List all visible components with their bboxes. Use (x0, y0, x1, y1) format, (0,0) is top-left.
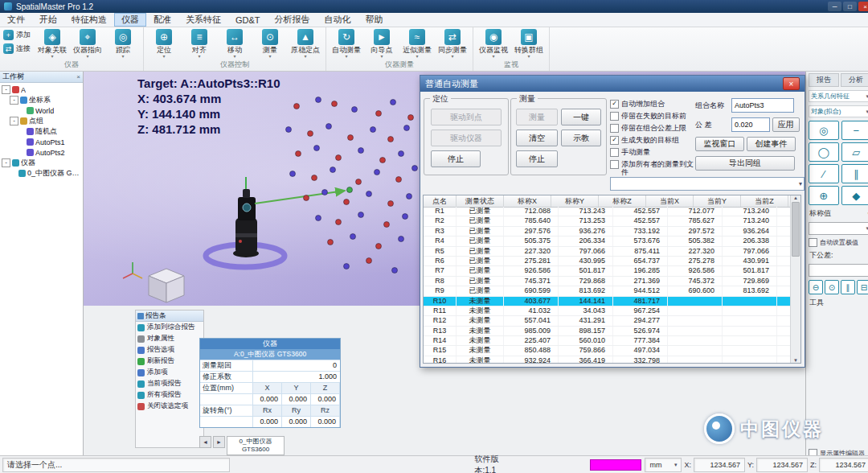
measure-point[interactable] (344, 199, 350, 205)
column-header-标称Y[interactable]: 标称Y (551, 195, 599, 207)
ribbon-button-move[interactable]: ↔移动▾ (218, 28, 252, 59)
measure-point[interactable] (358, 148, 364, 154)
box-minus-icon[interactable]: ⊟ (857, 280, 868, 294)
measure-row-R14[interactable]: R14未测量225.407560.010777.384 (424, 336, 791, 346)
measure-button-一键[interactable]: 一键 (561, 109, 601, 125)
ribbon-button-approx-measure[interactable]: ≈近似测量▾ (400, 28, 434, 59)
measure-point[interactable] (407, 194, 412, 199)
target-feature-icon[interactable]: ⊕ (809, 186, 839, 205)
measure-point[interactable] (412, 166, 418, 171)
ribbon-button-measure[interactable]: ⊙测量▾ (253, 28, 287, 59)
diamond-feature-icon[interactable]: ◆ (841, 186, 868, 205)
measure-row-R4[interactable]: R4已测量505.375206.334573.676505.382206.338… (424, 236, 791, 246)
measure-point[interactable] (391, 100, 396, 105)
ellipse-feature-icon[interactable]: ◯ (809, 142, 839, 162)
tree-node-World[interactable]: World (0, 105, 83, 116)
monitor-window-button[interactable]: 监视窗口 (695, 137, 744, 151)
dialog-titlebar[interactable]: 普通自动测量 × (420, 76, 805, 92)
report-item-add-to-report[interactable]: 添加到综合报告 (136, 322, 203, 333)
ribbon-button-object-link[interactable]: ◈对象关联▾ (35, 28, 69, 59)
report-item-refresh-report[interactable]: 刷新报告 (136, 356, 203, 367)
column-header-点名[interactable]: 点名 (424, 195, 457, 207)
report-item-all-items-report[interactable]: 所有项报告 (136, 389, 203, 401)
measure-point[interactable] (352, 107, 358, 113)
report-item-close-selected-item[interactable]: 关闭该选定项 (136, 401, 203, 412)
ribbon-button-add[interactable]: +添加 (3, 30, 31, 40)
checkbox-停留在失败的目标前[interactable]: 停留在失败的目标前 (610, 112, 694, 121)
menu-分析报告[interactable]: 分析报告 (268, 13, 317, 27)
scroll-up-icon[interactable]: ▲ (793, 195, 798, 200)
ribbon-button-align[interactable]: ≡对齐▾ (182, 28, 216, 59)
measure-point[interactable] (388, 201, 394, 207)
ribbon-button-locate[interactable]: ⊕定位▾ (147, 28, 181, 59)
measure-point[interactable] (316, 216, 321, 221)
tree-node-随机点[interactable]: 随机点 (0, 126, 83, 137)
measure-button-停止[interactable]: 停止 (516, 150, 558, 167)
measure-point[interactable] (375, 170, 380, 175)
checkbox-停留在组合公差上限[interactable]: 停留在组合公差上限 (610, 124, 694, 133)
tab-scroll-right-icon[interactable]: ► (213, 436, 225, 448)
beam-icon[interactable]: ∥ (841, 280, 855, 294)
measure-row-R13[interactable]: R13未测量985.009898.157526.974 (424, 327, 791, 336)
measure-point[interactable] (336, 220, 342, 225)
column-header-当前X[interactable]: 当前X (646, 195, 694, 207)
measure-row-R10[interactable]: R10未测量403.677144.141481.717 (424, 297, 791, 306)
measure-point[interactable] (328, 240, 334, 245)
column-header-测量状态[interactable]: 测量状态 (457, 195, 504, 207)
tree-expander-icon[interactable]: - (10, 117, 18, 125)
menu-文件[interactable]: 文件 (0, 13, 32, 27)
ribbon-button-auto-measure[interactable]: ↻自动测量▾ (330, 28, 363, 59)
report-item-report-options[interactable]: 报告选项 (136, 344, 203, 356)
menu-帮助[interactable]: 帮助 (358, 13, 391, 27)
ribbon-button-sync-measure[interactable]: ⇄同步测量▾ (436, 28, 469, 59)
measure-point[interactable] (408, 115, 414, 121)
menu-GD&T[interactable]: GD&T (228, 13, 268, 27)
minus-circle-icon[interactable]: ⊖ (809, 280, 823, 294)
measure-row-R8[interactable]: R8已测量745.371729.868271.369745.372729.869… (424, 277, 791, 286)
measure-row-R1[interactable]: R1已测量712.088713.243452.557712.077713.240… (424, 207, 791, 216)
measure-point[interactable] (376, 244, 382, 249)
measure-point[interactable] (314, 146, 320, 151)
measure-row-R3[interactable]: R3已测量297.576936.276733.192297.572936.264… (424, 227, 791, 236)
measure-point[interactable] (316, 97, 321, 103)
measure-point[interactable] (348, 135, 354, 141)
nominal-combo[interactable]: ▾ (809, 222, 868, 235)
tree-node-AutoPts2[interactable]: AutoPts2 (0, 147, 83, 158)
measure-row-R11[interactable]: R11未测量41.03234.043967.254 (424, 306, 791, 316)
dot-circle-icon[interactable]: ⊙ (825, 280, 839, 294)
tab-report[interactable]: 报告 (809, 73, 839, 87)
export-group-button[interactable]: 导出同组 (695, 156, 795, 171)
ribbon-button-stable-point[interactable]: ▲原稳定点▾ (289, 28, 322, 59)
report-item-current-item-report[interactable]: 当前项报告 (136, 378, 203, 389)
measure-point[interactable] (371, 127, 376, 133)
column-header-当前Y[interactable]: 当前Y (694, 195, 741, 207)
report-item-add-item[interactable]: 添加项 (136, 367, 203, 378)
measure-row-R6[interactable]: R6已测量275.281430.995654.737275.278430.991… (424, 257, 791, 266)
section-relation-geometry[interactable]: 关系几何特征▾ (809, 90, 868, 102)
measure-point[interactable] (290, 171, 296, 177)
menu-开始[interactable]: 开始 (32, 13, 64, 27)
scroll-down-icon[interactable]: ▼ (793, 358, 798, 363)
tree-node-坐标系[interactable]: -坐标系 (0, 95, 83, 105)
ribbon-button-instrument-point[interactable]: ⌖仪器指向▾ (71, 28, 104, 59)
measure-point[interactable] (403, 214, 408, 220)
line-feature-icon[interactable]: − (841, 121, 868, 140)
circle-feature-icon[interactable]: ◎ (809, 121, 839, 140)
tree-node-0_中图仪器 GTS3600[interactable]: 0_中图仪器 GTS3600 (0, 168, 83, 179)
measure-point[interactable] (296, 151, 301, 157)
menu-仪器[interactable]: 仪器 (114, 13, 146, 27)
measure-button-清空[interactable]: 清空 (516, 130, 558, 146)
measure-point[interactable] (376, 111, 382, 117)
measure-point[interactable] (404, 125, 410, 131)
measure-point[interactable] (384, 222, 390, 228)
checkbox-手动测量[interactable]: 手动测量 (610, 148, 694, 157)
worktree-close-icon[interactable]: × (76, 73, 80, 80)
tab-scroll-left-icon[interactable]: ◄ (199, 436, 211, 448)
maximize-button[interactable]: □ (843, 2, 857, 11)
measure-button-示教[interactable]: 示教 (561, 130, 601, 146)
menu-自动化[interactable]: 自动化 (317, 13, 358, 27)
tree-node-AutoPts1[interactable]: AutoPts1 (0, 137, 83, 147)
report-item-object-properties[interactable]: 对象属性 (136, 333, 203, 344)
measure-point[interactable] (330, 167, 336, 173)
instrument-tab[interactable]: 0_中图仪器 GTS3600 (227, 436, 285, 455)
